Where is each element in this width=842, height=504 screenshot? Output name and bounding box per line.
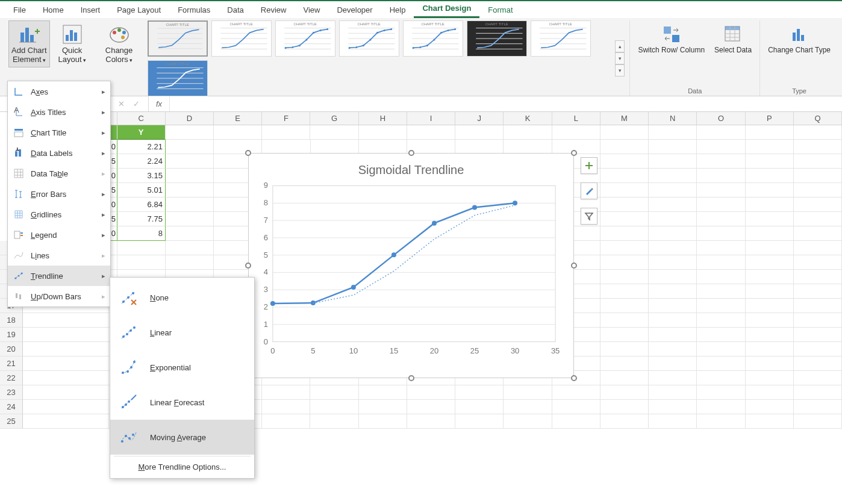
col-header-O[interactable]: O	[697, 112, 745, 125]
row-header-20[interactable]: 20	[0, 342, 23, 356]
tab-data[interactable]: Data	[219, 2, 252, 18]
row-header-18[interactable]: 18	[0, 313, 23, 328]
menu-gridlines[interactable]: Gridlines▸	[8, 204, 110, 225]
trendline-moving-average[interactable]: Moving Average	[110, 420, 254, 455]
enter-icon[interactable]: ✓	[133, 99, 140, 108]
menu-chart-title[interactable]: Chart Title▸	[8, 122, 110, 143]
svg-point-54	[433, 39, 435, 40]
chart-style-4[interactable]: CHART TITLE	[339, 20, 399, 57]
menu-trendline[interactable]: Trendline▸	[8, 266, 110, 286]
svg-point-109	[270, 301, 275, 306]
add-chart-element-menu: Axes▸AAxis Titles▸Chart Title▸1Data Labe…	[7, 81, 111, 307]
switch-row-column-button[interactable]: Switch Row/ Column	[635, 20, 708, 58]
chart-plot-area[interactable]: 012345678905101520253035	[249, 179, 573, 360]
chart-style-8[interactable]: CHART TITLE	[148, 60, 208, 96]
row-header-25[interactable]: 25	[0, 414, 23, 429]
svg-text:9: 9	[264, 181, 268, 190]
col-header-Q[interactable]: Q	[794, 112, 842, 125]
svg-point-136	[129, 329, 132, 332]
col-header-K[interactable]: K	[504, 112, 552, 125]
chart-plus-button[interactable]	[581, 157, 597, 174]
tab-help[interactable]: Help	[381, 2, 414, 18]
svg-point-29	[298, 45, 300, 46]
none-icon	[119, 287, 139, 308]
col-header-G[interactable]: G	[310, 112, 358, 125]
menu-legend[interactable]: Legend▸	[8, 225, 110, 245]
axistitles-icon: A	[13, 106, 25, 118]
svg-point-128	[21, 273, 23, 275]
trendline-linear-forecast[interactable]: Linear Forecast	[110, 385, 254, 420]
svg-point-45	[390, 28, 392, 30]
row-header-23[interactable]: 23	[0, 385, 23, 400]
chart-filter-button[interactable]	[581, 208, 597, 225]
trendline-none[interactable]: None	[110, 280, 254, 315]
tab-page-layout[interactable]: Page Layout	[108, 2, 169, 18]
tab-insert[interactable]: Insert	[72, 2, 109, 18]
tab-home[interactable]: Home	[34, 2, 72, 18]
trendline-linear[interactable]: Linear	[110, 315, 254, 350]
tab-file[interactable]: File	[5, 2, 34, 18]
col-header-D[interactable]: D	[166, 112, 214, 125]
col-header-M[interactable]: M	[600, 112, 649, 125]
chart-object[interactable]: Sigmoidal Trendline 01234567890510152025…	[248, 153, 574, 378]
col-header-H[interactable]: H	[359, 112, 407, 125]
col-header-C[interactable]: C	[117, 112, 166, 125]
svg-point-10	[122, 31, 126, 34]
chart-brush-button[interactable]	[581, 182, 597, 199]
tab-developer[interactable]: Developer	[328, 2, 381, 18]
svg-rect-76	[725, 26, 740, 30]
scroll-up-button[interactable]: ▴	[615, 40, 625, 52]
row-header-22[interactable]: 22	[0, 371, 23, 385]
tab-review[interactable]: Review	[252, 2, 295, 18]
quick-layout-button[interactable]: QuickLayout▾	[54, 20, 91, 67]
col-header-N[interactable]: N	[649, 112, 697, 125]
row-header-21[interactable]: 21	[0, 356, 23, 371]
menu-axes[interactable]: Axes▸	[8, 81, 110, 102]
more-trendline-options[interactable]: More Trendline Options...	[110, 458, 254, 476]
svg-point-147	[128, 437, 131, 440]
col-header-E[interactable]: E	[214, 112, 262, 125]
chart-style-7[interactable]: CHART TITLE	[531, 20, 591, 57]
chart-style-6[interactable]: CHART TITLE	[467, 20, 527, 57]
expand-gallery-button[interactable]: ▾	[615, 64, 625, 76]
chart-style-5[interactable]: CHART TITLE	[403, 20, 463, 57]
chart-style-scrollbar: ▴ ▾ ▾	[615, 40, 625, 76]
svg-text:8: 8	[264, 198, 268, 207]
col-header-J[interactable]: J	[455, 112, 504, 125]
menu-data-labels[interactable]: 1Data Labels▸	[8, 143, 110, 163]
menu-axis-titles[interactable]: AAxis Titles▸	[8, 102, 110, 122]
trendline-exponential[interactable]: Exponential	[110, 350, 254, 385]
svg-text:0: 0	[264, 337, 268, 346]
col-header-I[interactable]: I	[407, 112, 455, 125]
col-header-F[interactable]: F	[262, 112, 310, 125]
row-header-24[interactable]: 24	[0, 400, 23, 414]
svg-rect-78	[797, 29, 800, 41]
add-chart-element-label: Add ChartElement	[11, 46, 47, 64]
tab-format[interactable]: Format	[479, 2, 521, 18]
menu-error-bars[interactable]: Error Bars▸	[8, 184, 110, 204]
chart-style-1[interactable]: CHART TITLE	[148, 20, 208, 57]
chart-style-3[interactable]: CHART TITLE	[275, 20, 335, 57]
change-type-icon	[789, 23, 809, 45]
row-header-19[interactable]: 19	[0, 328, 23, 342]
change-colors-button[interactable]: ChangeColors▾	[101, 20, 138, 67]
cancel-icon[interactable]: ✕	[118, 99, 125, 108]
svg-point-137	[133, 326, 136, 329]
tab-view[interactable]: View	[295, 2, 328, 18]
add-chart-element-button[interactable]: Add ChartElement▾	[8, 20, 50, 67]
change-chart-type-button[interactable]: Change Chart Type	[765, 20, 834, 58]
scroll-down-button[interactable]: ▾	[615, 52, 625, 64]
formula-input[interactable]	[170, 96, 842, 111]
svg-text:5: 5	[311, 346, 315, 355]
tab-formulas[interactable]: Formulas	[169, 2, 219, 18]
fx-icon[interactable]: fx	[149, 96, 170, 111]
chart-title[interactable]: Sigmoidal Trendline	[249, 154, 573, 179]
select-data-button[interactable]: Select Data	[711, 20, 755, 58]
svg-point-9	[117, 28, 121, 32]
svg-point-138	[122, 372, 124, 374]
chart-style-2[interactable]: CHART TITLE	[211, 20, 272, 57]
legend-icon	[13, 229, 25, 241]
col-header-L[interactable]: L	[552, 112, 600, 125]
col-header-P[interactable]: P	[746, 112, 794, 125]
tab-chart-design[interactable]: Chart Design	[414, 0, 479, 18]
